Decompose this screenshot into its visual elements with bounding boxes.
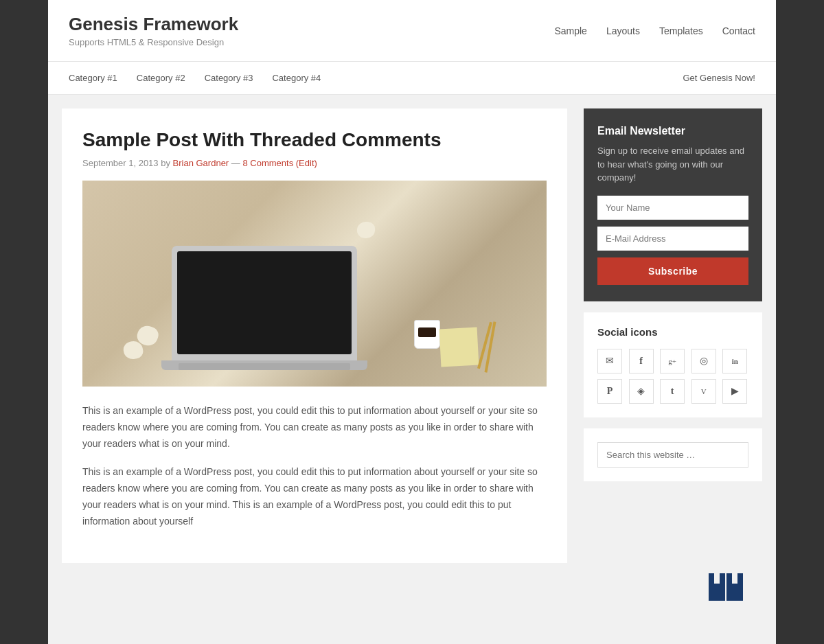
main-content: Sample Post With Threaded Comments Septe… bbox=[62, 108, 567, 563]
social-widget-title: Social icons bbox=[597, 326, 748, 338]
nav-category-4[interactable]: Category #4 bbox=[272, 62, 321, 94]
post-author[interactable]: Brian Gardner bbox=[173, 158, 229, 168]
site-header: Genesis Framework Supports HTML5 & Respo… bbox=[48, 0, 776, 62]
svg-rect-1 bbox=[714, 584, 720, 601]
email-social-icon[interactable]: ✉ bbox=[597, 349, 622, 373]
linkedin-social-icon[interactable]: in bbox=[722, 349, 747, 373]
instagram-social-icon[interactable]: ◎ bbox=[691, 349, 716, 373]
svg-rect-0 bbox=[709, 573, 714, 601]
laptop-keyboard bbox=[179, 363, 350, 370]
post-featured-image bbox=[82, 181, 547, 387]
social-icons-grid: ✉ f g+ ◎ in P ◈ t V ▶ bbox=[597, 349, 748, 404]
rss-social-icon[interactable]: ◈ bbox=[629, 379, 654, 404]
search-widget bbox=[584, 428, 762, 481]
facebook-social-icon[interactable]: f bbox=[629, 349, 654, 373]
svg-rect-5 bbox=[737, 573, 743, 601]
coffee-cup bbox=[414, 320, 440, 349]
site-title: Genesis Framework bbox=[69, 14, 238, 35]
nav-category-3[interactable]: Category #3 bbox=[205, 62, 253, 94]
name-input[interactable] bbox=[597, 196, 748, 220]
mmo-logo-svg bbox=[707, 570, 748, 604]
googleplus-social-icon[interactable]: g+ bbox=[660, 349, 685, 373]
site-branding: Genesis Framework Supports HTML5 & Respo… bbox=[69, 14, 238, 47]
coffee-liquid bbox=[418, 327, 436, 337]
site-description: Supports HTML5 & Responsive Design bbox=[69, 37, 238, 47]
vimeo-social-icon[interactable]: V bbox=[691, 379, 716, 404]
sticky-note bbox=[439, 327, 479, 367]
nav-layouts[interactable]: Layouts bbox=[606, 25, 640, 36]
laptop-screen-frame bbox=[172, 246, 357, 363]
post-title: Sample Post With Threaded Comments bbox=[82, 129, 547, 151]
post-date: September 1, 2013 bbox=[82, 158, 159, 168]
post-edit[interactable]: (Edit) bbox=[296, 158, 317, 168]
sidebar: Email Newsletter Sign up to receive emai… bbox=[584, 108, 762, 563]
svg-rect-2 bbox=[720, 573, 725, 601]
nav-category-2[interactable]: Category #2 bbox=[137, 62, 185, 94]
primary-nav: Sample Layouts Templates Contact bbox=[554, 25, 755, 36]
nav-category-1[interactable]: Category #1 bbox=[69, 62, 117, 94]
youtube-social-icon[interactable]: ▶ bbox=[722, 379, 747, 404]
twitter-social-icon[interactable]: t bbox=[660, 379, 685, 404]
crumpled-paper-3 bbox=[356, 221, 376, 239]
post-comments[interactable]: 8 Comments bbox=[242, 158, 293, 168]
svg-rect-3 bbox=[726, 573, 732, 601]
post-meta: September 1, 2013 by Brian Gardner — 8 C… bbox=[82, 158, 547, 168]
secondary-nav: Category #1 Category #2 Category #3 Cate… bbox=[48, 62, 776, 95]
outer-wrapper: Genesis Framework Supports HTML5 & Respo… bbox=[48, 0, 776, 644]
laptop-screen bbox=[177, 251, 352, 354]
pinterest-social-icon[interactable]: P bbox=[597, 379, 622, 404]
get-genesis-link[interactable]: Get Genesis Now! bbox=[683, 62, 756, 94]
nav-sample[interactable]: Sample bbox=[554, 25, 586, 36]
post-dash: — bbox=[231, 158, 243, 168]
nav-contact[interactable]: Contact bbox=[722, 25, 755, 36]
content-wrapper: Sample Post With Threaded Comments Septe… bbox=[48, 95, 776, 577]
email-widget-desc: Sign up to receive email updates and to … bbox=[597, 144, 748, 185]
search-input[interactable] bbox=[597, 442, 748, 468]
email-newsletter-widget: Email Newsletter Sign up to receive emai… bbox=[584, 108, 762, 301]
post-body-2: This is an example of a WordPress post, … bbox=[82, 464, 547, 529]
email-widget-title: Email Newsletter bbox=[597, 125, 748, 137]
subscribe-button[interactable]: Subscribe bbox=[597, 257, 748, 285]
post-body-1: This is an example of a WordPress post, … bbox=[82, 403, 547, 452]
svg-rect-4 bbox=[732, 584, 737, 601]
email-input[interactable] bbox=[597, 227, 748, 251]
nav-templates[interactable]: Templates bbox=[659, 25, 703, 36]
mmo-logo bbox=[34, 563, 762, 623]
secondary-nav-links: Category #1 Category #2 Category #3 Cate… bbox=[69, 62, 321, 94]
post-by: by bbox=[161, 158, 172, 168]
social-icons-widget: Social icons ✉ f g+ ◎ in P ◈ t V ▶ bbox=[584, 312, 762, 417]
